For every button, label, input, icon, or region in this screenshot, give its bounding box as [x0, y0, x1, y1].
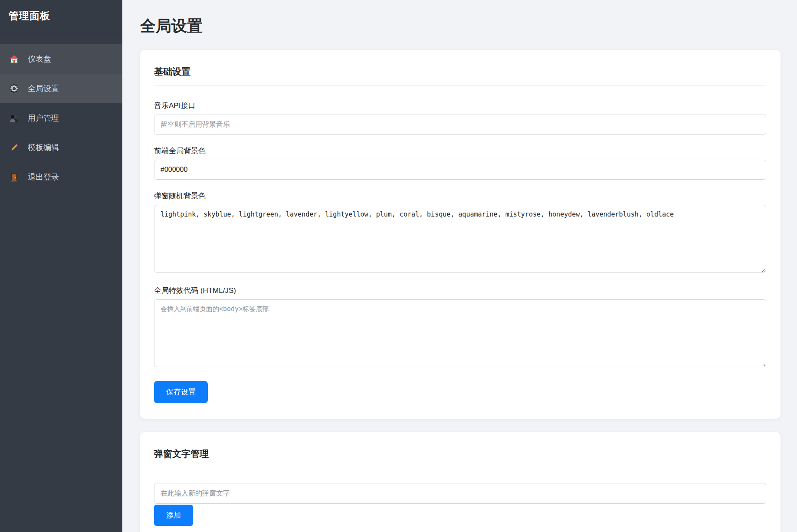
sidebar: 管理面板 仪表盘 [0, 0, 122, 532]
effects-code-group: 全局特效代码 (HTML/JS) [154, 286, 766, 369]
app-window: 管理面板 仪表盘 [0, 0, 797, 532]
sidebar-item-label: 用户管理 [28, 113, 59, 123]
add-popup-text-button[interactable]: 添加 [154, 505, 193, 526]
sidebar-item-user-management[interactable]: 用户管理 [0, 103, 122, 133]
app-title: 管理面板 [9, 9, 50, 23]
new-popup-text-input[interactable] [154, 483, 766, 504]
sidebar-item-label: 全局设置 [28, 83, 59, 94]
door-icon [9, 172, 19, 182]
sidebar-item-label: 仪表盘 [28, 54, 51, 64]
popup-colors-textarea[interactable]: lightpink, skyblue, lightgreen, lavender… [154, 205, 766, 273]
popup-text-body: 添加 [154, 468, 766, 526]
bg-color-label: 前端全局背景色 [154, 146, 766, 156]
basic-settings-card: 基础设置 音乐API接口 前端全局背景色 弹窗随机背景色 lightpink, … [140, 50, 781, 419]
sidebar-nav: 仪表盘 全局设置 [0, 32, 122, 192]
basic-settings-body: 音乐API接口 前端全局背景色 弹窗随机背景色 lightpink, skybl… [154, 86, 766, 403]
music-api-label: 音乐API接口 [154, 101, 766, 111]
sidebar-item-logout[interactable]: 退出登录 [0, 162, 122, 192]
pencil-icon [9, 142, 19, 153]
popup-text-title: 弹窗文字管理 [154, 448, 766, 468]
sidebar-item-global-settings[interactable]: 全局设置 [0, 74, 122, 103]
house-icon [9, 54, 19, 64]
sidebar-item-template-editor[interactable]: 模板编辑 [0, 133, 122, 162]
page-title: 全局设置 [140, 16, 781, 37]
effects-code-textarea[interactable] [154, 299, 766, 367]
popup-text-card: 弹窗文字管理 添加 [140, 432, 781, 532]
music-api-input[interactable] [154, 115, 766, 135]
sidebar-item-dashboard[interactable]: 仪表盘 [0, 44, 122, 74]
popup-colors-group: 弹窗随机背景色 lightpink, skyblue, lightgreen, … [154, 191, 766, 274]
users-icon [9, 113, 19, 123]
popup-colors-label: 弹窗随机背景色 [154, 191, 766, 201]
effects-code-label: 全局特效代码 (HTML/JS) [154, 286, 766, 296]
music-api-group: 音乐API接口 [154, 101, 766, 135]
sidebar-item-label: 退出登录 [28, 172, 59, 182]
main-content: 全局设置 基础设置 音乐API接口 前端全局背景色 弹窗随机背景色 lightp… [122, 0, 797, 532]
sidebar-header: 管理面板 [0, 0, 122, 32]
gear-icon [9, 83, 19, 94]
sidebar-item-label: 模板编辑 [28, 142, 59, 153]
bg-color-input[interactable] [154, 160, 766, 180]
save-settings-button[interactable]: 保存设置 [154, 381, 208, 403]
bg-color-group: 前端全局背景色 [154, 146, 766, 180]
basic-settings-title: 基础设置 [154, 66, 766, 86]
